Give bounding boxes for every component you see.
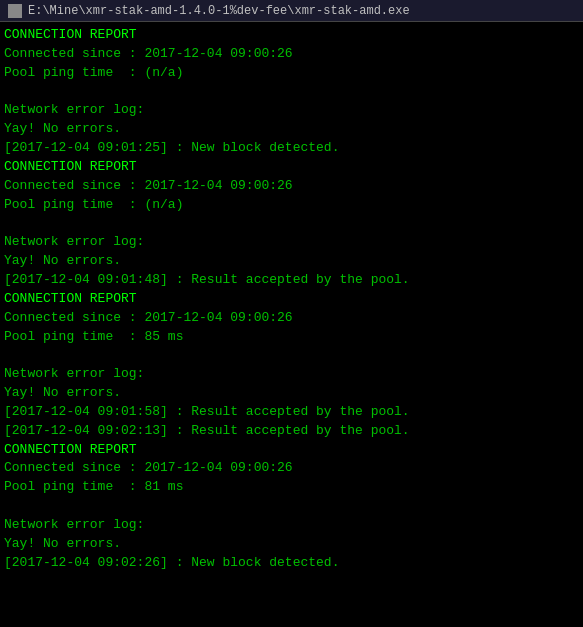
console-line: Connected since : 2017-12-04 09:00:26 (4, 459, 579, 478)
console-line: [2017-12-04 09:01:58] : Result accepted … (4, 403, 579, 422)
console-line: Pool ping time : (n/a) (4, 64, 579, 83)
console-line: Yay! No errors. (4, 535, 579, 554)
console-line: CONNECTION REPORT (4, 26, 579, 45)
console-empty-line (4, 83, 579, 102)
console-line: CONNECTION REPORT (4, 290, 579, 309)
console-empty-line (4, 214, 579, 233)
exe-icon (8, 4, 22, 18)
console-line: Connected since : 2017-12-04 09:00:26 (4, 45, 579, 64)
console-line: Yay! No errors. (4, 120, 579, 139)
console-line: Connected since : 2017-12-04 09:00:26 (4, 177, 579, 196)
console-line: Connected since : 2017-12-04 09:00:26 (4, 309, 579, 328)
console-line: CONNECTION REPORT (4, 441, 579, 460)
console-line: Pool ping time : 85 ms (4, 328, 579, 347)
console-line: [2017-12-04 09:01:48] : Result accepted … (4, 271, 579, 290)
console-line: Pool ping time : (n/a) (4, 196, 579, 215)
console-line: Network error log: (4, 516, 579, 535)
console-line: Pool ping time : 81 ms (4, 478, 579, 497)
title-bar: E:\Mine\xmr-stak-amd-1.4.0-1%dev-fee\xmr… (0, 0, 583, 22)
console-line: Network error log: (4, 233, 579, 252)
title-text: E:\Mine\xmr-stak-amd-1.4.0-1%dev-fee\xmr… (28, 4, 410, 18)
console-output: CONNECTION REPORTConnected since : 2017-… (0, 22, 583, 627)
console-line: Yay! No errors. (4, 384, 579, 403)
console-line: [2017-12-04 09:02:26] : New block detect… (4, 554, 579, 573)
console-line: Network error log: (4, 101, 579, 120)
console-line: [2017-12-04 09:02:13] : Result accepted … (4, 422, 579, 441)
console-line: Network error log: (4, 365, 579, 384)
console-empty-line (4, 346, 579, 365)
console-line: CONNECTION REPORT (4, 158, 579, 177)
console-empty-line (4, 497, 579, 516)
console-line: [2017-12-04 09:01:25] : New block detect… (4, 139, 579, 158)
console-line: Yay! No errors. (4, 252, 579, 271)
